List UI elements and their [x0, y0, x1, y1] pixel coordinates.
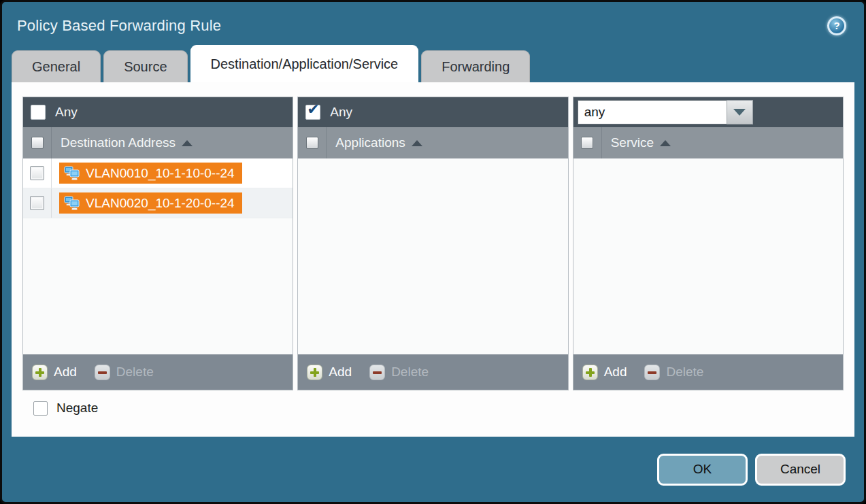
delete-label: Delete — [666, 365, 703, 380]
sort-ascending-icon — [660, 140, 671, 146]
title-bar: Policy Based Forwarding Rule ? — [2, 2, 864, 45]
destination-select-all-checkbox[interactable] — [31, 137, 44, 149]
add-label: Add — [54, 365, 77, 380]
destination-any-checkbox[interactable] — [31, 105, 46, 120]
negate-label: Negate — [56, 401, 98, 416]
service-column-label: Service — [611, 135, 654, 150]
help-icon[interactable]: ? — [827, 16, 846, 35]
negate-checkbox[interactable] — [33, 401, 48, 416]
destination-list: VLAN0010_10-1-10-0--24 — [23, 158, 293, 354]
add-label: Add — [604, 365, 627, 380]
minus-icon — [95, 365, 110, 380]
delete-button[interactable]: Delete — [95, 365, 154, 380]
delete-label: Delete — [391, 365, 429, 380]
tab-general[interactable]: General — [12, 50, 101, 82]
delete-label: Delete — [116, 365, 154, 380]
sort-ascending-icon — [412, 140, 422, 146]
applications-list — [298, 158, 567, 354]
plus-icon — [582, 365, 598, 380]
address-object-chip[interactable]: VLAN0010_10-1-10-0--24 — [59, 163, 242, 184]
service-type-dropdown[interactable]: any — [578, 100, 753, 124]
network-address-icon — [64, 166, 81, 180]
chevron-down-icon — [733, 109, 746, 116]
delete-button[interactable]: Delete — [644, 365, 703, 380]
table-row[interactable]: VLAN0020_10-1-20-0--24 — [23, 188, 293, 218]
negate-row: Negate — [22, 401, 844, 416]
add-button[interactable]: Add — [307, 365, 352, 380]
service-list — [573, 158, 843, 354]
destination-column-label-wrap[interactable]: Destination Address — [52, 127, 193, 158]
minus-icon — [369, 365, 385, 380]
dialog-title: Policy Based Forwarding Rule — [17, 17, 221, 35]
applications-select-all-checkbox[interactable] — [306, 137, 318, 149]
applications-any-row: Any — [298, 97, 567, 127]
destination-column-header: Destination Address — [23, 127, 293, 158]
service-column-header: Service — [573, 127, 843, 158]
add-button[interactable]: Add — [582, 365, 627, 380]
add-label: Add — [329, 365, 352, 380]
destination-any-label: Any — [55, 105, 78, 120]
service-select-all-checkbox[interactable] — [581, 137, 593, 149]
policy-based-forwarding-rule-dialog: Policy Based Forwarding Rule ? General S… — [0, 0, 866, 504]
plus-icon — [32, 365, 48, 380]
network-address-icon — [64, 196, 81, 210]
address-object-chip[interactable]: VLAN0020_10-1-20-0--24 — [59, 192, 242, 214]
panels-row: Any Destination Address — [22, 97, 844, 390]
service-panel-footer: Add Delete — [573, 354, 843, 390]
applications-column-label: Applications — [335, 135, 405, 150]
sort-ascending-icon — [182, 140, 193, 146]
cancel-button[interactable]: Cancel — [755, 454, 846, 486]
applications-any-checkbox[interactable] — [305, 105, 320, 120]
add-button[interactable]: Add — [32, 365, 77, 380]
row-checkbox[interactable] — [30, 196, 44, 210]
service-column-label-wrap[interactable]: Service — [602, 127, 671, 158]
address-object-name: VLAN0020_10-1-20-0--24 — [86, 196, 235, 211]
destination-panel-footer: Add Delete — [23, 354, 293, 390]
applications-panel: Any Applications Add — [297, 97, 568, 390]
tab-bar: General Source Destination/Application/S… — [2, 45, 864, 82]
tab-forwarding[interactable]: Forwarding — [421, 50, 530, 82]
service-type-value: any — [578, 100, 727, 124]
table-row[interactable]: VLAN0010_10-1-10-0--24 — [23, 158, 293, 188]
tab-source[interactable]: Source — [103, 50, 187, 82]
tab-destination-application-service[interactable]: Destination/Application/Service — [190, 45, 419, 82]
dialog-footer: OK Cancel — [2, 437, 864, 502]
tab-content: Any Destination Address — [12, 82, 854, 437]
destination-any-row: Any — [23, 97, 293, 127]
delete-button[interactable]: Delete — [369, 365, 429, 380]
applications-panel-footer: Add Delete — [298, 354, 567, 390]
service-type-row: any — [573, 97, 843, 127]
plus-icon — [307, 365, 322, 380]
applications-column-label-wrap[interactable]: Applications — [327, 127, 422, 158]
minus-icon — [644, 365, 660, 380]
ok-button[interactable]: OK — [657, 454, 748, 486]
dropdown-button[interactable] — [727, 100, 753, 124]
applications-any-label: Any — [330, 105, 352, 120]
service-panel: any Service — [573, 97, 844, 390]
address-object-name: VLAN0010_10-1-10-0--24 — [86, 166, 235, 181]
destination-address-panel: Any Destination Address — [22, 97, 293, 390]
row-checkbox[interactable] — [30, 166, 44, 180]
applications-column-header: Applications — [298, 127, 567, 158]
destination-column-label: Destination Address — [61, 135, 176, 150]
